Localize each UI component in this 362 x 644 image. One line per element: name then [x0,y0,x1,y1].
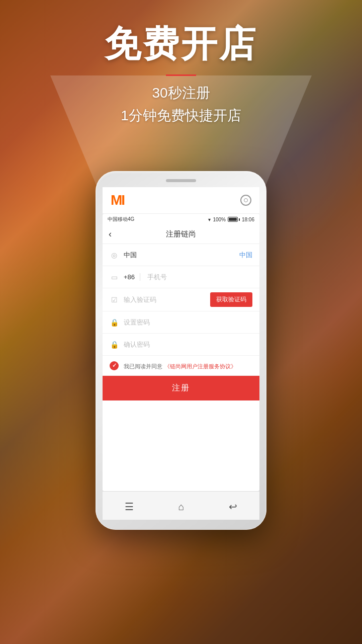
back-nav-button[interactable]: ↩ [219,499,247,515]
phone-icon: ▭ [110,273,119,282]
status-right: ▾ 100% 18:06 [208,217,254,222]
battery-fill [229,218,237,221]
password-row[interactable]: 🔒 设置密码 [103,311,259,334]
white-space-area [103,400,259,491]
check-mark: ✓ [112,362,117,369]
country-label: 中国 [124,251,234,260]
menu-button[interactable]: ☰ [115,499,144,515]
camera-inner [244,198,248,202]
phone-speaker [166,179,196,182]
password-input[interactable]: 设置密码 [124,318,150,327]
title-divider [166,74,196,76]
phone-prefix: +86 [124,273,140,281]
phone-outer: MI 中国移动4G ▾ 100% 18:06 [96,171,266,530]
agree-link[interactable]: 《链尚网用户注册服务协议》 [164,363,236,369]
verify-row[interactable]: ☑ 输入验证码 获取验证码 [103,288,259,311]
camera-icon [240,195,251,206]
mi-logo: MI [111,192,124,208]
agree-text: 我已阅读并同意 [124,363,162,369]
carrier-text: 中国移动4G [108,216,134,223]
agree-text-container: 我已阅读并同意 《链尚网用户注册服务协议》 [124,361,236,370]
app-title: 注册链尚 [166,229,196,239]
subtitle-line2: 1分钟免费快捷开店 [0,105,362,127]
wifi-icon: ▾ [208,217,211,222]
bottom-nav: ☰ ⌂ ↩ [103,491,259,520]
title-area: 免费开店 30秒注册 1分钟免费快捷开店 [0,20,362,127]
status-bar: 中国移动4G ▾ 100% 18:06 [103,214,259,225]
verify-icon: ☑ [110,295,119,304]
back-button[interactable]: ‹ [109,229,112,239]
verify-input[interactable]: 输入验证码 [124,295,205,304]
battery-body [228,217,238,222]
phone-screen: 中国移动4G ▾ 100% 18:06 ‹ 注册链尚 [103,214,259,491]
time-display: 18:06 [242,217,254,222]
battery-bar [228,217,240,222]
mi-bar: MI [103,187,259,214]
subtitle: 30秒注册 1分钟免费快捷开店 [0,82,362,127]
password-icon: 🔒 [110,318,119,327]
location-icon: ◎ [110,251,119,260]
confirm-password-icon: 🔒 [110,340,119,349]
country-row[interactable]: ◎ 中国 中国 [103,244,259,266]
battery-percent: 100% [213,217,226,222]
battery-tip [239,218,240,221]
get-verify-code-button[interactable]: 获取验证码 [210,292,252,307]
agreement-row[interactable]: ✓ 我已阅读并同意 《链尚网用户注册服务协议》 [103,356,259,376]
country-link[interactable]: 中国 [239,251,252,260]
app-header: ‹ 注册链尚 [103,225,259,244]
register-button[interactable]: 注册 [103,376,259,400]
phone-row[interactable]: ▭ +86 手机号 [103,266,259,288]
phone-mockup: MI 中国移动4G ▾ 100% 18:06 [96,171,266,530]
home-button[interactable]: ⌂ [168,499,194,515]
confirm-password-input[interactable]: 确认密码 [124,340,150,349]
agree-checkbox[interactable]: ✓ [110,361,119,370]
form-area: ◎ 中国 中国 ▭ +86 手机号 ☑ 输入验证码 获取验证码 [103,244,259,491]
phone-input[interactable]: 手机号 [147,273,167,282]
subtitle-line1: 30秒注册 [0,82,362,105]
main-title: 免费开店 [0,20,362,68]
confirm-password-row[interactable]: 🔒 确认密码 [103,334,259,356]
